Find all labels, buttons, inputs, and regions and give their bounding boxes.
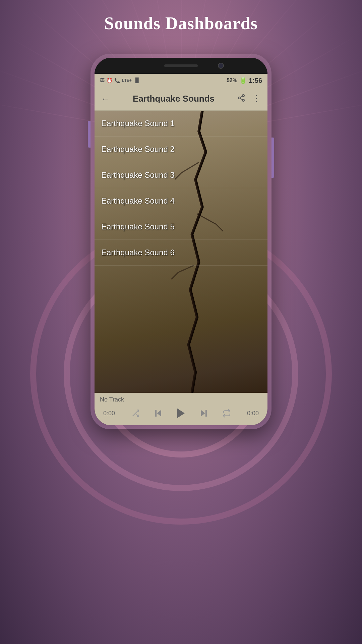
shuffle-button[interactable] [128,406,143,421]
svg-rect-11 [205,410,207,417]
svg-marker-9 [177,409,185,418]
play-button[interactable] [174,406,188,421]
sound-item-5[interactable]: Earthquake Sound 5 [95,214,267,240]
share-button[interactable] [237,94,245,104]
svg-marker-10 [201,410,205,417]
svg-point-2 [242,99,244,101]
battery-icon: 🔋 [239,77,247,84]
sound-item-1[interactable]: Earthquake Sound 1 [95,111,267,137]
svg-rect-8 [155,410,157,417]
player-track-name: No Track [100,396,262,403]
phone-icon: 📞 [114,78,120,84]
phone-outer-shell: 🖼 ⏰ 📞 LTE+ ▐▌ 52% 🔋 1:56 ← Earthquake So… [90,54,272,429]
sound-item-label-4: Earthquake Sound 4 [101,196,175,205]
time-display: 1:56 [249,77,262,85]
next-button[interactable] [196,406,211,421]
svg-marker-7 [157,410,161,417]
phone-device: 🖼 ⏰ 📞 LTE+ ▐▌ 52% 🔋 1:56 ← Earthquake So… [90,54,272,429]
app-bar: ← Earthquake Sounds ⋮ [95,87,267,111]
back-button[interactable]: ← [101,94,110,104]
svg-point-0 [242,95,244,97]
more-button[interactable]: ⋮ [252,94,261,104]
player-time-start: 0:00 [103,410,120,417]
prev-button[interactable] [151,406,166,421]
svg-point-1 [238,97,240,99]
sound-item-3[interactable]: Earthquake Sound 3 [95,162,267,188]
player-bar: No Track 0:00 [95,393,267,425]
phone-screen: 🖼 ⏰ 📞 LTE+ ▐▌ 52% 🔋 1:56 ← Earthquake So… [95,58,267,425]
alarm-icon: ⏰ [107,78,112,84]
signal-bars: ▐▌ [134,78,140,83]
sound-list: Earthquake Sound 1 Earthquake Sound 2 Ea… [95,111,267,266]
sound-item-label-2: Earthquake Sound 2 [101,145,175,154]
lte-label: LTE+ [122,78,132,83]
sound-item-label-5: Earthquake Sound 5 [101,222,175,231]
image-icon: 🖼 [100,78,105,83]
app-bar-title: Earthquake Sounds [117,94,231,104]
phone-speaker [164,64,198,67]
svg-line-4 [240,96,243,97]
sound-item-label-6: Earthquake Sound 6 [101,248,175,257]
sound-item-6[interactable]: Earthquake Sound 6 [95,240,267,266]
svg-line-3 [240,98,243,100]
sound-item-label-3: Earthquake Sound 3 [101,170,175,179]
status-bar: 🖼 ⏰ 📞 LTE+ ▐▌ 52% 🔋 1:56 [95,74,267,87]
battery-percent: 52% [227,77,237,84]
status-right: 52% 🔋 1:56 [227,77,262,85]
phone-top-bar [95,58,267,74]
page-title: Sounds Dashboards [0,13,362,33]
phone-camera [218,63,224,69]
content-area: Earthquake Sound 1 Earthquake Sound 2 Ea… [95,111,267,393]
player-controls: 0:00 [100,406,262,421]
sound-item-4[interactable]: Earthquake Sound 4 [95,188,267,214]
status-left: 🖼 ⏰ 📞 LTE+ ▐▌ [100,78,140,84]
repeat-button[interactable] [219,406,234,421]
sound-item-label-1: Earthquake Sound 1 [101,119,175,128]
sound-item-2[interactable]: Earthquake Sound 2 [95,137,267,162]
player-time-end: 0:00 [242,410,259,417]
